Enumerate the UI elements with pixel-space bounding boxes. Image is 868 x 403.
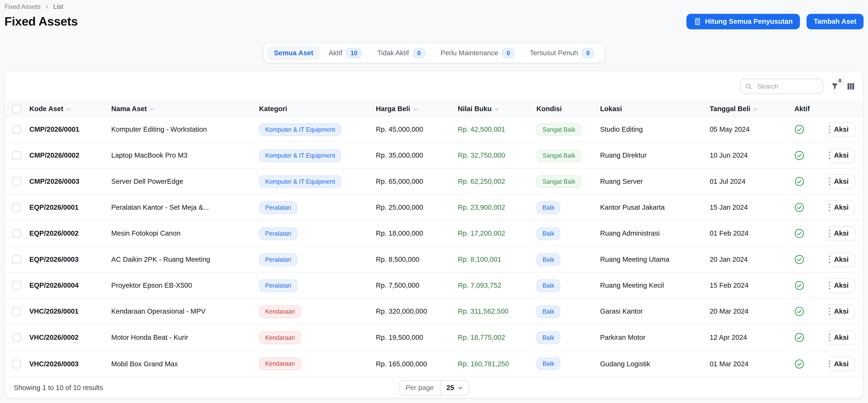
row-actions-button[interactable]: Aksi [829,200,855,215]
column-header-harga-beli[interactable]: Harga Beli [376,105,458,113]
condition-badge: Baik [536,201,560,214]
column-header-tanggal-beli[interactable]: Tanggal Beli [710,105,794,113]
kebab-menu-icon [829,282,830,289]
kebab-menu-icon [829,178,830,185]
actions-button-label: Aksi [834,308,849,315]
column-label: Aktif [794,105,810,113]
row-checkbox[interactable] [12,177,21,186]
category-badge: Peralatan [259,227,298,240]
select-all-checkbox[interactable] [12,105,21,113]
row-checkbox[interactable] [12,229,21,238]
row-checkbox[interactable] [12,125,21,134]
tab-perlu-maintenance[interactable]: Perlu Maintenance0 [434,45,521,62]
tab-tidak-aktif[interactable]: Tidak Aktif0 [371,45,432,62]
per-page-value: 25 [446,384,454,392]
actions-button-label: Aksi [834,152,849,159]
column-label: Lokasi [600,105,622,113]
tab-aktif[interactable]: Aktif10 [322,45,369,62]
purchase-price: Rp. 8,500,000 [376,256,458,263]
page-title: Fixed Assets [4,14,78,29]
kebab-menu-icon [829,204,830,211]
breadcrumb-fixed-assets[interactable]: Fixed Assets [4,3,40,10]
active-check-icon [794,255,804,265]
category-badge: Peralatan [259,201,298,214]
row-actions-button[interactable]: Aksi [829,278,855,293]
asset-location: Studio Editing [600,126,710,133]
sort-chevron-icon [412,106,418,112]
asset-code: CMP/2026/0002 [29,152,111,159]
column-header-kode-aset[interactable]: Kode Aset [29,105,111,113]
table-row: EQP/2026/0001 Peralatan Kantor - Set Mej… [5,195,863,221]
row-actions-button[interactable]: Aksi [829,252,855,267]
tambah-aset-button[interactable]: Tambah Aset [807,14,864,29]
row-actions-button[interactable]: Aksi [829,304,855,319]
tab-count-badge: 0 [582,48,594,58]
purchase-price: Rp. 19,500,000 [376,334,458,341]
row-checkbox[interactable] [12,151,21,160]
search-input[interactable] [740,78,823,94]
row-actions-button[interactable]: Aksi [829,174,855,189]
per-page-control: Per page 25 [399,380,470,396]
purchase-date: 10 Jun 2024 [710,152,794,159]
asset-location: Parkiran Motor [600,334,710,341]
row-actions-button[interactable]: Aksi [829,356,855,371]
row-actions-button[interactable]: Aksi [829,122,855,137]
active-check-icon [794,228,804,238]
per-page-select[interactable]: 25 [441,381,469,395]
table-row: VHC/2026/0003 Mobil Box Grand Max Kendar… [5,351,863,377]
book-value: Rp. 18,775,002 [458,334,536,341]
row-checkbox[interactable] [12,359,21,368]
asset-name: Kendaraan Operasional - MPV [111,308,259,315]
search-icon [745,83,752,90]
asset-name: Peralatan Kantor - Set Meja &... [111,203,259,211]
asset-code: VHC/2026/0002 [29,334,111,341]
assets-table-card: 0 Kode AsetNama AsetKategoriHarga BeliNi… [4,71,864,398]
asset-name: Mesin Fotokopi Canon [111,230,259,237]
category-badge: Komputer & IT Equipment [259,175,341,188]
tab-semua-aset[interactable]: Semua Aset [267,46,320,60]
row-checkbox[interactable] [12,255,21,264]
table-row: EQP/2026/0003 AC Daikin 2PK - Ruang Meet… [5,247,863,273]
tab-count-badge: 0 [502,48,514,58]
asset-location: Garasi Kantor [600,308,710,315]
actions-button-label: Aksi [834,230,849,237]
purchase-price: Rp. 35,000,000 [376,152,458,159]
row-actions-button[interactable]: Aksi [829,148,855,163]
row-actions-button[interactable]: Aksi [829,330,855,345]
column-header-nilai-buku[interactable]: Nilai Buku [458,105,536,113]
calc-button-label: Hitung Semua Penyusutan [705,18,793,26]
hitung-semua-penyusutan-button[interactable]: Hitung Semua Penyusutan [686,14,800,29]
column-header-nama-aset[interactable]: Nama Aset [111,105,259,113]
table-footer: Showing 1 to 10 of 10 results Per page 2… [5,377,863,398]
breadcrumb-list[interactable]: List [53,3,63,10]
row-actions-button[interactable]: Aksi [829,226,855,241]
asset-code: EQP/2026/0003 [29,256,111,263]
condition-badge: Baik [536,279,560,292]
purchase-price: Rp. 7,500,000 [376,281,458,289]
page-header: Fixed Assets List Fixed Assets Hitung Se… [0,0,868,29]
book-value: Rp. 160,781,250 [458,360,536,368]
book-value: Rp. 42,500,001 [458,126,536,133]
condition-badge: Baik [536,227,560,240]
actions-button-label: Aksi [834,256,849,263]
asset-code: CMP/2026/0001 [29,126,111,133]
row-checkbox[interactable] [12,333,21,342]
tab-label: Aktif [329,49,342,57]
search-box [740,78,823,94]
column-label: Harga Beli [376,105,410,113]
condition-badge: Baik [536,357,560,370]
toggle-columns-button[interactable] [846,82,855,91]
table-header-row: Kode AsetNama AsetKategoriHarga BeliNila… [5,101,863,117]
asset-name: Motor Honda Beat - Kurir [111,334,259,341]
row-checkbox[interactable] [12,281,21,290]
tab-tersusut-penuh[interactable]: Tersusut Penuh0 [523,45,601,62]
results-summary: Showing 1 to 10 of 10 results [14,384,398,392]
filter-button[interactable]: 0 [830,82,839,91]
purchase-date: 20 Jan 2024 [710,256,794,263]
purchase-price: Rp. 165,000,000 [376,360,458,368]
row-checkbox[interactable] [12,203,21,212]
column-label: Kategori [259,105,287,113]
row-checkbox[interactable] [12,307,21,316]
active-check-icon [794,359,804,369]
column-header-aktif: Aktif [794,105,829,113]
